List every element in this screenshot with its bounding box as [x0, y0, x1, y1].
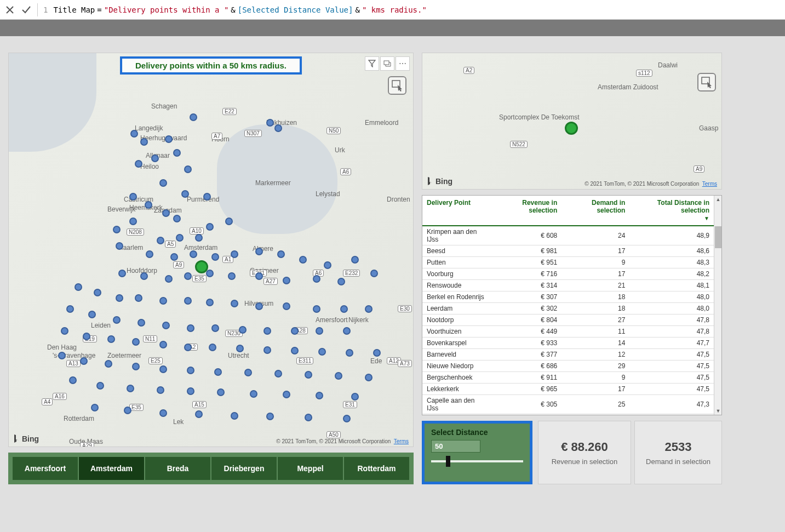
delivery-point-marker[interactable] — [206, 299, 214, 306]
city-tab-amersfoort[interactable]: Amersfoort — [13, 457, 78, 480]
delivery-point-marker[interactable] — [231, 250, 238, 258]
delivery-point-marker[interactable] — [277, 250, 285, 258]
table-row[interactable]: Lekkerkerk€ 9651747,5 — [422, 384, 714, 395]
delivery-point-marker[interactable] — [337, 278, 345, 285]
delivery-point-marker[interactable] — [146, 250, 153, 258]
delivery-point-marker[interactable] — [170, 253, 178, 261]
delivery-point-marker[interactable] — [127, 385, 134, 392]
terms-link[interactable]: Terms — [394, 438, 409, 444]
table-row[interactable]: Putten€ 951948,3 — [422, 257, 714, 268]
col-revenue[interactable]: Revenue in selection — [492, 196, 562, 226]
delivery-point-marker[interactable] — [283, 277, 290, 284]
delivery-point-marker[interactable] — [83, 333, 90, 340]
depot-marker[interactable] — [565, 122, 578, 135]
table-row[interactable]: Voorthuizen€ 4491147,8 — [422, 326, 714, 337]
delivery-point-marker[interactable] — [140, 138, 148, 146]
delivery-point-marker[interactable] — [343, 415, 351, 422]
formula-cancel-button[interactable] — [4, 4, 15, 15]
delivery-point-marker[interactable] — [318, 348, 326, 356]
map-select-icon[interactable] — [388, 76, 406, 95]
delivery-point-marker[interactable] — [305, 371, 312, 379]
delivery-point-marker[interactable] — [231, 412, 238, 420]
mini-map-visual[interactable]: Selected depot = Amsterdam A2s112A9N522D… — [422, 53, 722, 190]
delivery-point-marker[interactable] — [274, 370, 282, 377]
delivery-point-marker[interactable] — [91, 404, 99, 411]
delivery-point-marker[interactable] — [159, 297, 167, 305]
delivery-point-marker[interactable] — [335, 372, 342, 380]
delivery-point-marker[interactable] — [206, 270, 214, 277]
delivery-point-marker[interactable] — [130, 130, 138, 138]
city-tab-amsterdam[interactable]: Amsterdam — [79, 457, 144, 480]
col-delivery-point[interactable]: Delivery Point — [422, 196, 492, 226]
delivery-point-marker[interactable] — [299, 256, 307, 264]
delivery-point-marker[interactable] — [165, 275, 173, 283]
delivery-point-marker[interactable] — [255, 248, 263, 255]
delivery-point-marker[interactable] — [69, 376, 77, 384]
delivery-point-marker[interactable] — [151, 155, 159, 162]
delivery-point-marker[interactable] — [61, 327, 68, 335]
delivery-point-marker[interactable] — [211, 324, 219, 332]
main-map-visual[interactable]: Delivery points within a 50 kms radius. … — [8, 53, 414, 447]
delivery-point-marker[interactable] — [173, 215, 181, 222]
delivery-point-marker[interactable] — [187, 324, 194, 332]
table-scrollbar[interactable]: ▲ ▼ — [714, 196, 721, 415]
delivery-point-marker[interactable] — [184, 272, 192, 280]
delivery-point-marker[interactable] — [135, 160, 142, 168]
delivery-point-marker[interactable] — [173, 149, 181, 157]
city-tab-rotterdam[interactable]: Rotterdam — [344, 457, 409, 480]
kpi-demand[interactable]: 2533 Demand in selection — [634, 421, 722, 484]
scroll-up-icon[interactable]: ▲ — [714, 196, 722, 203]
delivery-point-marker[interactable] — [365, 374, 373, 381]
delivery-point-marker[interactable] — [140, 272, 148, 280]
table-row[interactable]: Nieuwe Niedorp€ 6862947,5 — [422, 361, 714, 372]
delivery-point-marker[interactable] — [274, 124, 282, 132]
delivery-point-marker[interactable] — [255, 302, 263, 310]
delivery-point-marker[interactable] — [313, 275, 320, 283]
delivery-point-marker[interactable] — [157, 386, 164, 394]
delivery-point-marker[interactable] — [351, 256, 359, 264]
focus-mode-icon[interactable] — [380, 56, 394, 71]
delivery-point-marker[interactable] — [75, 283, 82, 291]
delivery-point-marker[interactable] — [184, 297, 192, 305]
table-row[interactable]: Voorburg€ 7161748,2 — [422, 268, 714, 280]
delivery-point-marker[interactable] — [305, 414, 312, 421]
delivery-point-marker[interactable] — [365, 305, 373, 313]
table-row[interactable]: Beesd€ 9811748,6 — [422, 245, 714, 257]
delivery-point-marker[interactable] — [266, 413, 274, 420]
filter-icon[interactable] — [365, 56, 379, 71]
delivery-point-marker[interactable] — [159, 179, 167, 187]
delivery-point-marker[interactable] — [190, 250, 197, 258]
map-select-icon[interactable] — [697, 73, 716, 91]
table-row[interactable]: Berkel en Rodenrijs€ 3071848,0 — [422, 291, 714, 303]
delivery-point-marker[interactable] — [263, 346, 271, 354]
delivery-point-marker[interactable] — [80, 357, 88, 365]
delivery-point-marker[interactable] — [225, 218, 233, 225]
delivery-point-marker[interactable] — [313, 305, 320, 313]
delivery-point-marker[interactable] — [187, 367, 194, 374]
delivery-point-marker[interactable] — [184, 344, 192, 351]
delivery-point-marker[interactable] — [283, 391, 290, 398]
delivery-point-marker[interactable] — [228, 272, 236, 280]
delivery-point-marker[interactable] — [266, 119, 274, 127]
delivery-point-marker[interactable] — [236, 345, 244, 352]
delivery-point-marker[interactable] — [211, 253, 219, 261]
col-distance[interactable]: Total Distance in selection ▼ — [629, 196, 714, 226]
delivery-point-marker[interactable] — [129, 193, 137, 201]
delivery-point-marker[interactable] — [373, 349, 381, 357]
distance-input[interactable] — [431, 440, 480, 453]
delivery-point-marker[interactable] — [291, 327, 299, 335]
delivery-point-marker[interactable] — [209, 344, 216, 351]
scroll-down-icon[interactable]: ▼ — [714, 407, 722, 415]
delivery-point-marker[interactable] — [190, 113, 197, 121]
delivery-point-marker[interactable] — [132, 363, 140, 370]
delivery-point-marker[interactable] — [96, 382, 104, 390]
delivery-point-marker[interactable] — [184, 165, 192, 173]
delivery-point-marker[interactable] — [105, 360, 112, 368]
table-row[interactable]: Leerdam€ 3021848,0 — [422, 303, 714, 314]
delivery-point-marker[interactable] — [255, 272, 263, 280]
delivery-point-marker[interactable] — [137, 319, 145, 327]
table-row[interactable]: Grootebroek€ 7682947,3 — [422, 414, 714, 415]
col-demand[interactable]: Demand in selection — [561, 196, 629, 226]
table-row[interactable]: Barneveld€ 3771247,5 — [422, 349, 714, 361]
delivery-point-marker[interactable] — [340, 305, 348, 313]
